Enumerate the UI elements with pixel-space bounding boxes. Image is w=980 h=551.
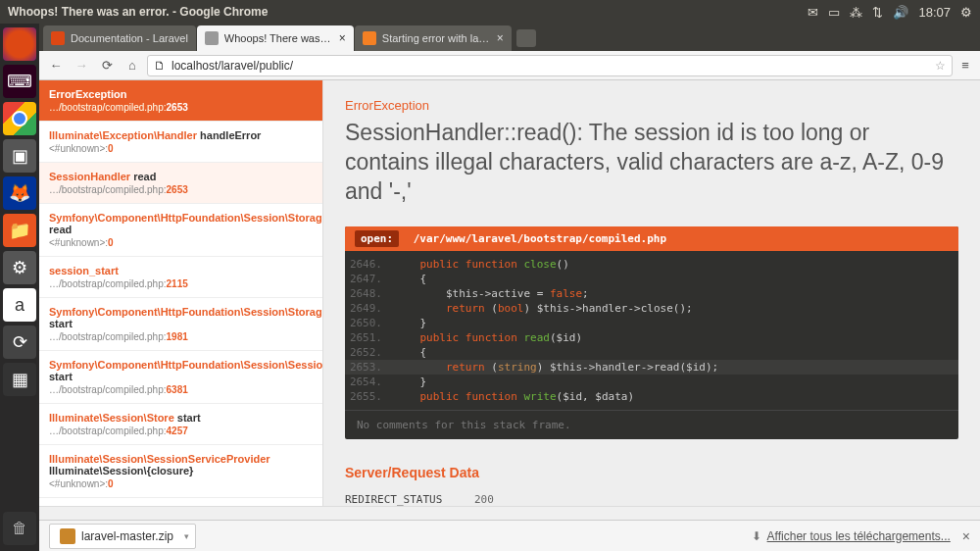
stack-frame[interactable]: call_user_func…/bootstrap/compiled.php:5…	[39, 498, 322, 506]
code-line: 2655. public function write($id, $data)	[345, 389, 958, 404]
system-tray[interactable]: ✉ ▭ ⁂ ⇅ 🔊 18:07 ⚙	[808, 5, 972, 20]
code-file-bar: open: /var/www/laravel/bootstrap/compile…	[345, 226, 958, 251]
tab-starting-error[interactable]: Starting error with larave ×	[355, 25, 512, 51]
mail-icon[interactable]: ✉	[808, 5, 818, 20]
server-request-data: Server/Request Data REDIRECT_STATUS200HT…	[345, 465, 958, 506]
bookmark-icon[interactable]: ☆	[935, 59, 946, 73]
section-title: Server/Request Data	[345, 465, 958, 480]
stack-frame[interactable]: Illuminate\Session\SessionServiceProvide…	[39, 445, 322, 498]
nautilus-icon[interactable]: 📁	[3, 214, 36, 247]
stack-frame[interactable]: session_start…/bootstrap/compiled.php:21…	[39, 257, 322, 298]
tab-whoops[interactable]: Whoops! There was an er ×	[197, 25, 354, 51]
data-row: REDIRECT_STATUS200	[345, 492, 958, 506]
clock[interactable]: 18:07	[918, 5, 951, 20]
tab-documentation[interactable]: Documentation - Laravel	[43, 25, 196, 51]
stack-frame[interactable]: SessionHandler read…/bootstrap/compiled.…	[39, 163, 322, 204]
ubuntu-launcher: ⌨ ▣ 🦊 📁 ⚙ a ⟳ ▦ 🗑	[0, 24, 39, 551]
download-filename: laravel-master.zip	[81, 529, 173, 543]
code-line: 2650. }	[345, 316, 958, 330]
code-line: 2653. return (string) $this->handler->re…	[345, 360, 958, 375]
code-preview: open: /var/www/laravel/bootstrap/compile…	[345, 226, 958, 439]
tab-strip: Documentation - Laravel Whoops! There wa…	[39, 24, 980, 51]
stack-frames-panel[interactable]: ErrorException…/bootstrap/compiled.php:2…	[39, 80, 323, 506]
show-all-downloads[interactable]: Afficher tous les téléchargements...	[767, 529, 951, 543]
download-arrow-icon: ⬇	[752, 529, 761, 543]
bluetooth-icon[interactable]: ⁂	[850, 5, 862, 20]
stack-frame[interactable]: Symfony\Component\HttpFoundation\Session…	[39, 351, 322, 404]
workspace-icon[interactable]: ▦	[3, 363, 36, 396]
battery-icon[interactable]: ▭	[828, 5, 840, 20]
code-line: 2647. {	[345, 272, 958, 286]
stack-frame[interactable]: ErrorException…/bootstrap/compiled.php:2…	[39, 80, 322, 122]
network-icon[interactable]: ⇅	[872, 5, 883, 20]
close-tab-icon[interactable]: ×	[339, 31, 346, 45]
gear-icon[interactable]: ⚙	[960, 5, 972, 20]
code-file-path: /var/www/laravel/bootstrap/compiled.php	[414, 232, 666, 245]
code-line: 2652. {	[345, 345, 958, 360]
exception-class: ErrorException	[345, 98, 958, 113]
code-line: 2654. }	[345, 375, 958, 389]
system-menubar: Whoops! There was an error. - Google Chr…	[0, 0, 980, 24]
code-comments: No comments for this stack frame.	[345, 410, 958, 439]
software-icon[interactable]: ⟳	[3, 326, 36, 359]
amazon-icon[interactable]: a	[3, 288, 36, 322]
files-icon[interactable]: ▣	[3, 139, 36, 173]
favicon-icon	[363, 31, 376, 45]
downloads-bar: laravel-master.zip ⬇ Afficher tous les t…	[39, 520, 980, 551]
dash-icon[interactable]	[3, 27, 36, 61]
favicon-icon	[51, 31, 65, 45]
reload-button[interactable]: ⟳	[96, 58, 118, 73]
chrome-window: Documentation - Laravel Whoops! There wa…	[39, 24, 980, 551]
exception-detail[interactable]: ErrorException SessionHandler::read(): T…	[323, 80, 980, 506]
page-content: ErrorException…/bootstrap/compiled.php:2…	[39, 80, 980, 506]
chrome-icon[interactable]	[3, 102, 36, 135]
download-item[interactable]: laravel-master.zip	[49, 524, 196, 549]
stack-frame[interactable]: Symfony\Component\HttpFoundation\Session…	[39, 204, 322, 257]
page-icon: 🗋	[154, 59, 166, 73]
stack-frame[interactable]: Illuminate\Exception\Handler handleError…	[39, 122, 322, 163]
open-label[interactable]: open:	[355, 230, 399, 247]
exception-message: SessionHandler::read(): The session id i…	[345, 119, 958, 207]
url-text: localhost/laravel/public/	[172, 59, 293, 73]
favicon-icon	[205, 31, 219, 45]
volume-icon[interactable]: 🔊	[893, 5, 908, 20]
horizontal-scrollbar[interactable]	[39, 506, 980, 520]
browser-toolbar: ← → ⟳ ⌂ 🗋 localhost/laravel/public/ ☆ ≡	[39, 51, 980, 80]
code-line: 2648. $this->active = false;	[345, 286, 958, 301]
forward-button[interactable]: →	[71, 58, 92, 73]
new-tab-button[interactable]	[516, 29, 536, 47]
code-line: 2651. public function read($id)	[345, 330, 958, 345]
code-line: 2646. public function close()	[345, 257, 958, 272]
zip-icon	[60, 528, 75, 544]
address-bar[interactable]: 🗋 localhost/laravel/public/ ☆	[147, 55, 953, 76]
code-lines: 2646. public function close()2647. {2648…	[345, 251, 958, 410]
terminal-icon[interactable]: ⌨	[3, 65, 36, 98]
settings-icon[interactable]: ⚙	[3, 251, 36, 284]
back-button[interactable]: ←	[45, 58, 67, 73]
close-downloads-bar[interactable]: ×	[962, 528, 970, 544]
window-title: Whoops! There was an error. - Google Chr…	[8, 5, 808, 19]
home-button[interactable]: ⌂	[122, 58, 143, 73]
stack-frame[interactable]: Illuminate\Session\Store start…/bootstra…	[39, 404, 322, 445]
trash-icon[interactable]: 🗑	[3, 512, 36, 545]
firefox-icon[interactable]: 🦊	[3, 176, 36, 210]
code-line: 2649. return (bool) $this->handler->clos…	[345, 301, 958, 316]
stack-frame[interactable]: Symfony\Component\HttpFoundation\Session…	[39, 298, 322, 351]
close-tab-icon[interactable]: ×	[497, 31, 504, 45]
chrome-menu-icon[interactable]: ≡	[956, 58, 974, 73]
